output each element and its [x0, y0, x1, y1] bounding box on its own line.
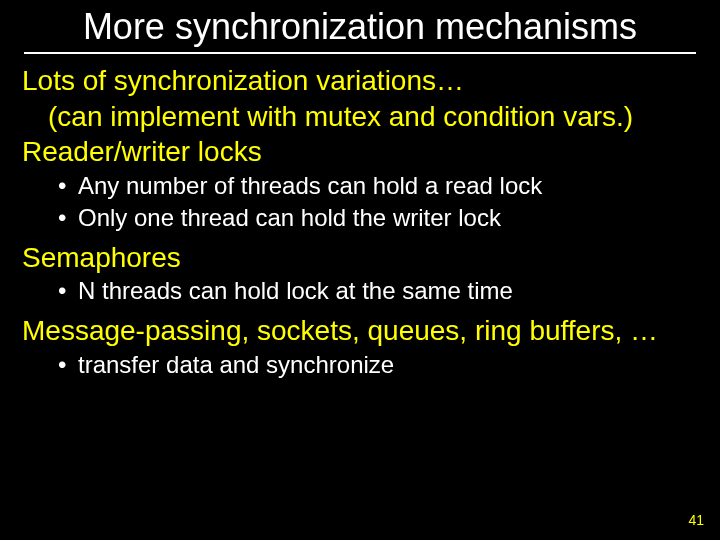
sem-heading: Semaphores	[22, 241, 698, 275]
rw-bullet-1: Any number of threads can hold a read lo…	[78, 171, 698, 201]
sem-bullets: N threads can hold lock at the same time	[22, 276, 698, 306]
slide: More synchronization mechanisms Lots of …	[0, 0, 720, 540]
mp-heading: Message-passing, sockets, queues, ring b…	[22, 314, 698, 348]
intro-line-2: (can implement with mutex and condition …	[22, 100, 698, 134]
rw-bullet-2: Only one thread can hold the writer lock	[78, 203, 698, 233]
mp-bullet-1: transfer data and synchronize	[78, 350, 698, 380]
page-number: 41	[688, 512, 704, 528]
slide-title: More synchronization mechanisms	[24, 0, 696, 54]
intro-line-1: Lots of synchronization variations…	[22, 64, 698, 98]
mp-bullets: transfer data and synchronize	[22, 350, 698, 380]
rw-heading: Reader/writer locks	[22, 135, 698, 169]
sem-bullet-1: N threads can hold lock at the same time	[78, 276, 698, 306]
rw-bullets: Any number of threads can hold a read lo…	[22, 171, 698, 233]
slide-body: Lots of synchronization variations… (can…	[0, 54, 720, 380]
